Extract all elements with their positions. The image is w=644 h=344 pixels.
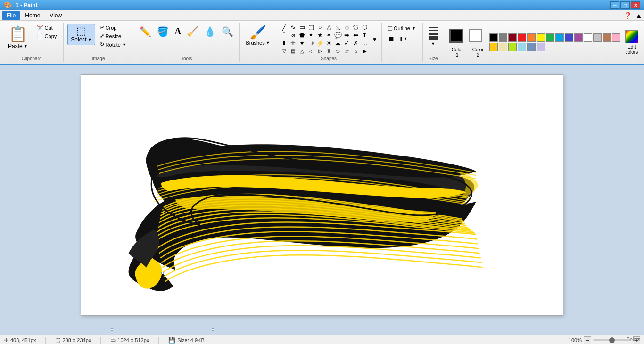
swatch-3[interactable] — [518, 33, 526, 42]
swatch-4[interactable] — [527, 33, 536, 42]
shape-diamond[interactable]: ◇ — [343, 24, 351, 31]
shape-triangle[interactable]: △ — [325, 24, 333, 31]
swatch-7[interactable] — [555, 33, 564, 42]
shape-s12[interactable]: ▷ — [316, 48, 324, 55]
select-dropdown-arrow[interactable]: ▼ — [88, 37, 92, 42]
resize-button[interactable]: ⤢ Resize — [97, 32, 129, 40]
swatch-15[interactable] — [499, 43, 507, 51]
swatch-17[interactable] — [518, 43, 526, 51]
fill-button[interactable]: ◼ Fill ▼ — [386, 34, 419, 43]
maximize-button[interactable]: □ — [620, 1, 630, 9]
shape-cross[interactable]: ✗ — [352, 40, 360, 47]
swatch-0[interactable] — [489, 33, 498, 42]
swatch-13[interactable] — [612, 33, 620, 42]
swatch-1[interactable] — [499, 33, 507, 42]
fill-tool-button[interactable]: 🪣 — [155, 24, 171, 40]
shape-s17[interactable]: ▶ — [361, 48, 369, 55]
shape-line[interactable]: ╱ — [280, 24, 289, 31]
paste-dropdown-arrow[interactable]: ▼ — [24, 44, 28, 49]
swatch-18[interactable] — [527, 43, 536, 51]
expand-icon[interactable]: ▲ — [636, 12, 642, 19]
edit-colors-button[interactable]: Edit colors — [622, 29, 641, 56]
sel-handle-ml[interactable] — [111, 329, 113, 331]
swatch-10[interactable] — [584, 33, 592, 42]
swatch-2[interactable] — [508, 33, 517, 42]
size-button[interactable]: ▼ — [427, 24, 440, 48]
canvas-container[interactable] — [81, 74, 563, 316]
shape-right-triangle[interactable]: ◺ — [334, 24, 342, 31]
shape-s10[interactable]: △ — [298, 48, 306, 55]
swatch-19[interactable] — [537, 43, 545, 51]
shape-arc[interactable]: ⌒ — [280, 32, 289, 39]
shape-s16[interactable]: ⌂ — [352, 48, 360, 55]
outline-button[interactable]: □ Outline ▼ — [386, 24, 419, 33]
eraser-button[interactable]: 🧹 — [184, 24, 201, 40]
shape-s11[interactable]: ◁ — [307, 48, 315, 55]
shape-arrow-left[interactable]: ⬅ — [352, 32, 360, 39]
swatch-14[interactable] — [489, 43, 498, 51]
shape-s15[interactable]: ▱ — [343, 48, 351, 55]
shape-s14[interactable]: ⬭ — [334, 48, 342, 55]
shape-checkmark[interactable]: ✓ — [343, 40, 351, 47]
size-dropdown-arrow[interactable]: ▼ — [431, 41, 435, 46]
shape-curve[interactable]: ∿ — [289, 24, 297, 31]
minimize-button[interactable]: ─ — [610, 1, 619, 9]
zoom-thumb[interactable] — [609, 337, 615, 343]
shape-star6[interactable]: ✶ — [325, 32, 333, 39]
swatch-5[interactable] — [537, 33, 545, 42]
menu-view[interactable]: View — [45, 11, 66, 20]
swatch-12[interactable] — [603, 33, 611, 42]
swatch-6[interactable] — [546, 33, 554, 42]
brushes-dropdown-arrow[interactable]: ▼ — [266, 41, 270, 45]
shape-callout[interactable]: 💬 — [334, 32, 342, 39]
zoom-out-button[interactable]: − — [584, 336, 591, 344]
select-button[interactable]: ⬚ Select ▼ — [67, 24, 95, 45]
shape-s13[interactable]: ⧖ — [325, 48, 333, 55]
shape-star4[interactable]: ✦ — [307, 32, 315, 39]
shape-star5[interactable]: ★ — [316, 32, 324, 39]
shape-arrow-up[interactable]: ⬆ — [361, 32, 369, 39]
shape-freeform[interactable]: ⌀ — [289, 32, 297, 39]
shape-frame[interactable]: ▤ — [289, 48, 297, 55]
crop-button[interactable]: ✂ Crop — [97, 24, 129, 32]
canvas-area[interactable] — [0, 65, 644, 335]
close-button[interactable]: ✕ — [631, 1, 640, 9]
shape-poly[interactable]: ⬟ — [298, 32, 306, 39]
text-button[interactable]: A — [172, 24, 183, 39]
shape-moon[interactable]: ☽ — [307, 40, 315, 47]
pencil-button[interactable]: ✏️ — [137, 24, 154, 40]
shape-sun[interactable]: ☀ — [325, 40, 333, 47]
rotate-button[interactable]: ↻ Rotate ▼ — [97, 41, 129, 49]
magnifier-button[interactable]: 🔍 — [219, 24, 236, 40]
shape-cloud[interactable]: ☁ — [334, 40, 342, 47]
brushes-button[interactable]: 🖌️ Brushes ▼ — [244, 24, 272, 47]
cut-button[interactable]: ✂️ Cut — [34, 24, 60, 32]
shape-heart[interactable]: ♥ — [298, 40, 306, 47]
color-picker-button[interactable]: 💧 — [202, 24, 218, 40]
menu-file[interactable]: File — [2, 11, 20, 20]
swatch-11[interactable] — [593, 33, 602, 42]
sel-handle-mr[interactable] — [212, 329, 214, 331]
copy-button[interactable]: 📄 Copy — [34, 32, 60, 40]
shapes-scroll-arrow[interactable]: ▼ — [372, 24, 378, 55]
shape-ellipse[interactable]: ○ — [316, 24, 324, 31]
shape-pentagon[interactable]: ⬠ — [352, 24, 360, 31]
shape-lightning[interactable]: ⚡ — [316, 40, 324, 47]
color2-button[interactable] — [469, 29, 482, 42]
shape-hexagon[interactable]: ⬡ — [361, 24, 369, 31]
shape-rounded-rect[interactable]: ▢ — [307, 24, 315, 31]
swatch-16[interactable] — [508, 43, 517, 51]
shape-4arrow[interactable]: ✛ — [289, 40, 297, 47]
shape-rect[interactable]: ▭ — [298, 24, 306, 31]
shape-scroll[interactable]: ▽ — [280, 48, 289, 55]
shape-arrow-down[interactable]: ⬇ — [280, 40, 289, 47]
swatch-9[interactable] — [574, 33, 583, 42]
shape-ellipsis[interactable]: … — [361, 40, 369, 47]
color1-button[interactable] — [450, 29, 463, 42]
paste-button[interactable]: 📋 Paste ▼ — [4, 24, 32, 51]
shape-arrow-right[interactable]: ➡ — [343, 32, 351, 39]
help-icon[interactable]: ❓ — [624, 12, 632, 19]
zoom-slider[interactable] — [593, 339, 631, 341]
swatch-8[interactable] — [565, 33, 573, 42]
menu-home[interactable]: Home — [20, 11, 45, 20]
